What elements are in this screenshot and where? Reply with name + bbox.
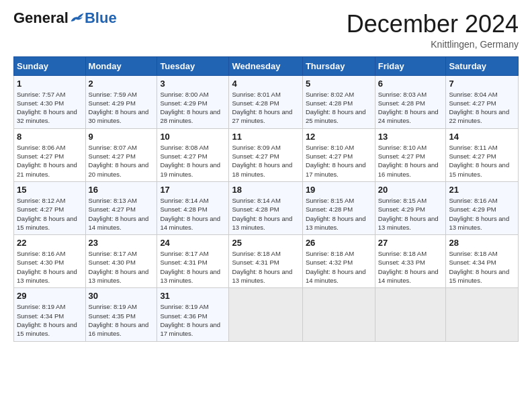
calendar-cell: 8Sunrise: 8:06 AMSunset: 4:27 PMDaylight… <box>14 128 86 181</box>
calendar-cell: 24Sunrise: 8:17 AMSunset: 4:31 PMDayligh… <box>157 235 229 288</box>
day-info: Sunrise: 8:07 AMSunset: 4:27 PMDaylight:… <box>89 143 154 179</box>
calendar-week-row: 8Sunrise: 8:06 AMSunset: 4:27 PMDaylight… <box>14 128 519 181</box>
calendar-cell: 13Sunrise: 8:10 AMSunset: 4:27 PMDayligh… <box>375 128 446 181</box>
calendar-cell: 4Sunrise: 8:01 AMSunset: 4:28 PMDaylight… <box>229 75 302 128</box>
logo-blue-text: Blue <box>85 11 117 26</box>
day-number: 10 <box>160 132 226 142</box>
logo: General Blue <box>13 11 117 26</box>
logo-general-text: General <box>13 11 69 26</box>
day-number: 31 <box>160 291 226 301</box>
calendar-cell: 6Sunrise: 8:03 AMSunset: 4:28 PMDaylight… <box>375 75 446 128</box>
calendar-cell: 28Sunrise: 8:18 AMSunset: 4:34 PMDayligh… <box>446 235 519 288</box>
calendar-cell: 10Sunrise: 8:08 AMSunset: 4:27 PMDayligh… <box>157 128 229 181</box>
day-info: Sunrise: 8:18 AMSunset: 4:33 PMDaylight:… <box>378 249 443 285</box>
header-wednesday: Wednesday <box>229 56 302 75</box>
day-number: 14 <box>449 132 515 142</box>
calendar-week-row: 29Sunrise: 8:19 AMSunset: 4:34 PMDayligh… <box>14 288 519 341</box>
calendar-cell: 1Sunrise: 7:57 AMSunset: 4:30 PMDaylight… <box>14 75 86 128</box>
day-number: 7 <box>449 79 515 89</box>
day-number: 21 <box>449 185 515 195</box>
day-number: 25 <box>232 238 299 248</box>
day-info: Sunrise: 8:09 AMSunset: 4:27 PMDaylight:… <box>232 143 299 179</box>
day-info: Sunrise: 8:08 AMSunset: 4:27 PMDaylight:… <box>160 143 226 179</box>
calendar-week-row: 1Sunrise: 7:57 AMSunset: 4:30 PMDaylight… <box>14 75 519 128</box>
header-tuesday: Tuesday <box>157 56 229 75</box>
day-number: 4 <box>232 79 299 89</box>
calendar-cell: 22Sunrise: 8:16 AMSunset: 4:30 PMDayligh… <box>14 235 86 288</box>
day-info: Sunrise: 8:12 AMSunset: 4:27 PMDaylight:… <box>17 196 83 232</box>
day-info: Sunrise: 8:17 AMSunset: 4:31 PMDaylight:… <box>160 249 226 285</box>
calendar-cell: 3Sunrise: 8:00 AMSunset: 4:29 PMDaylight… <box>157 75 229 128</box>
calendar-cell: 18Sunrise: 8:14 AMSunset: 4:28 PMDayligh… <box>229 181 302 234</box>
header-monday: Monday <box>85 56 157 75</box>
day-info: Sunrise: 8:00 AMSunset: 4:29 PMDaylight:… <box>160 90 226 126</box>
calendar-cell <box>375 288 446 341</box>
day-number: 23 <box>89 238 154 248</box>
calendar-week-row: 15Sunrise: 8:12 AMSunset: 4:27 PMDayligh… <box>14 181 519 234</box>
calendar-cell: 31Sunrise: 8:19 AMSunset: 4:36 PMDayligh… <box>157 288 229 341</box>
day-number: 11 <box>232 132 299 142</box>
day-info: Sunrise: 8:10 AMSunset: 4:27 PMDaylight:… <box>306 143 372 179</box>
day-number: 30 <box>89 291 154 301</box>
day-info: Sunrise: 8:04 AMSunset: 4:27 PMDaylight:… <box>449 90 515 126</box>
calendar-cell: 14Sunrise: 8:11 AMSunset: 4:27 PMDayligh… <box>446 128 519 181</box>
calendar-cell: 2Sunrise: 7:59 AMSunset: 4:29 PMDaylight… <box>85 75 157 128</box>
day-number: 8 <box>17 132 83 142</box>
calendar-cell: 11Sunrise: 8:09 AMSunset: 4:27 PMDayligh… <box>229 128 302 181</box>
day-number: 13 <box>378 132 443 142</box>
day-info: Sunrise: 8:13 AMSunset: 4:27 PMDaylight:… <box>89 196 154 232</box>
day-info: Sunrise: 8:02 AMSunset: 4:28 PMDaylight:… <box>306 90 372 126</box>
day-number: 18 <box>232 185 299 195</box>
day-info: Sunrise: 8:16 AMSunset: 4:30 PMDaylight:… <box>17 249 83 285</box>
day-info: Sunrise: 8:18 AMSunset: 4:34 PMDaylight:… <box>449 249 515 285</box>
calendar-cell: 7Sunrise: 8:04 AMSunset: 4:27 PMDaylight… <box>446 75 519 128</box>
day-number: 17 <box>160 185 226 195</box>
calendar-cell <box>302 288 375 341</box>
month-title: December 2024 <box>347 11 519 38</box>
calendar-cell <box>229 288 302 341</box>
calendar-header-row: Sunday Monday Tuesday Wednesday Thursday… <box>14 56 519 75</box>
day-info: Sunrise: 8:16 AMSunset: 4:29 PMDaylight:… <box>449 196 515 232</box>
day-number: 6 <box>378 79 443 89</box>
day-info: Sunrise: 8:11 AMSunset: 4:27 PMDaylight:… <box>449 143 515 179</box>
day-info: Sunrise: 8:10 AMSunset: 4:27 PMDaylight:… <box>378 143 443 179</box>
header-sunday: Sunday <box>14 56 86 75</box>
day-info: Sunrise: 8:15 AMSunset: 4:28 PMDaylight:… <box>306 196 372 232</box>
day-info: Sunrise: 8:03 AMSunset: 4:28 PMDaylight:… <box>378 90 443 126</box>
day-number: 27 <box>378 238 443 248</box>
calendar-cell: 15Sunrise: 8:12 AMSunset: 4:27 PMDayligh… <box>14 181 86 234</box>
calendar-cell: 16Sunrise: 8:13 AMSunset: 4:27 PMDayligh… <box>85 181 157 234</box>
day-number: 20 <box>378 185 443 195</box>
day-number: 22 <box>17 238 83 248</box>
calendar-cell: 17Sunrise: 8:14 AMSunset: 4:28 PMDayligh… <box>157 181 229 234</box>
calendar-cell: 27Sunrise: 8:18 AMSunset: 4:33 PMDayligh… <box>375 235 446 288</box>
calendar-cell: 12Sunrise: 8:10 AMSunset: 4:27 PMDayligh… <box>302 128 375 181</box>
page-header: General Blue December 2024 Knittlingen, … <box>13 11 519 50</box>
calendar-week-row: 22Sunrise: 8:16 AMSunset: 4:30 PMDayligh… <box>14 235 519 288</box>
calendar-cell: 19Sunrise: 8:15 AMSunset: 4:28 PMDayligh… <box>302 181 375 234</box>
day-info: Sunrise: 8:01 AMSunset: 4:28 PMDaylight:… <box>232 90 299 126</box>
day-info: Sunrise: 8:17 AMSunset: 4:30 PMDaylight:… <box>89 249 154 285</box>
calendar-table: Sunday Monday Tuesday Wednesday Thursday… <box>13 56 519 342</box>
day-number: 29 <box>17 291 83 301</box>
calendar-cell: 21Sunrise: 8:16 AMSunset: 4:29 PMDayligh… <box>446 181 519 234</box>
calendar-cell: 9Sunrise: 8:07 AMSunset: 4:27 PMDaylight… <box>85 128 157 181</box>
day-info: Sunrise: 8:18 AMSunset: 4:32 PMDaylight:… <box>306 249 372 285</box>
day-info: Sunrise: 8:19 AMSunset: 4:35 PMDaylight:… <box>89 302 154 338</box>
day-number: 5 <box>306 79 372 89</box>
calendar-cell: 29Sunrise: 8:19 AMSunset: 4:34 PMDayligh… <box>14 288 86 341</box>
calendar-cell: 23Sunrise: 8:17 AMSunset: 4:30 PMDayligh… <box>85 235 157 288</box>
day-info: Sunrise: 8:18 AMSunset: 4:31 PMDaylight:… <box>232 249 299 285</box>
calendar-cell: 20Sunrise: 8:15 AMSunset: 4:29 PMDayligh… <box>375 181 446 234</box>
day-info: Sunrise: 8:19 AMSunset: 4:34 PMDaylight:… <box>17 302 83 338</box>
title-block: December 2024 Knittlingen, Germany <box>347 11 519 50</box>
day-number: 12 <box>306 132 372 142</box>
day-number: 19 <box>306 185 372 195</box>
day-info: Sunrise: 7:57 AMSunset: 4:30 PMDaylight:… <box>17 90 83 126</box>
day-number: 28 <box>449 238 515 248</box>
calendar-cell: 30Sunrise: 8:19 AMSunset: 4:35 PMDayligh… <box>85 288 157 341</box>
day-number: 26 <box>306 238 372 248</box>
calendar-cell: 25Sunrise: 8:18 AMSunset: 4:31 PMDayligh… <box>229 235 302 288</box>
header-saturday: Saturday <box>446 56 519 75</box>
day-number: 2 <box>89 79 154 89</box>
